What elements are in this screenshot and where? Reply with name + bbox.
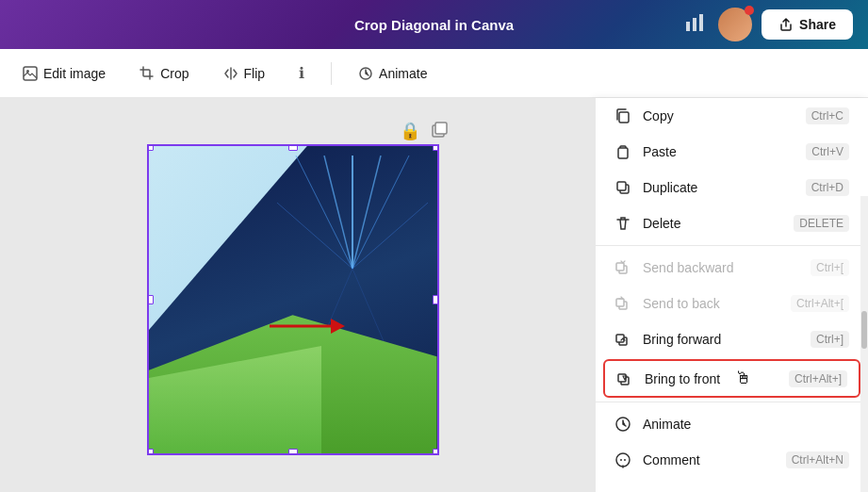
analytics-icon[interactable] — [680, 8, 709, 41]
menu-item-send-backward-label: Send backward — [643, 260, 734, 275]
handle-tl[interactable] — [147, 144, 154, 151]
menu-item-send-backward-left: Send backward — [614, 259, 734, 276]
bring-to-front-icon — [616, 370, 633, 387]
menu-item-comment[interactable]: Comment Ctrl+Alt+N — [596, 442, 868, 478]
send-to-back-icon — [614, 295, 631, 312]
menu-item-bring-forward[interactable]: Bring forward Ctrl+] — [596, 321, 868, 357]
menu-item-copy-shortcut: Ctrl+C — [806, 107, 849, 124]
menu-item-send-to-back-left: Send to back — [614, 295, 720, 312]
menu-item-delete-shortcut: DELETE — [794, 215, 849, 232]
scrollbar-thumb[interactable] — [861, 311, 867, 349]
scrollbar-track — [860, 196, 868, 492]
topbar-right: Share — [680, 8, 853, 41]
svg-rect-20 — [618, 148, 628, 158]
crop-icon — [139, 66, 155, 81]
menu-item-copy-label: Copy — [643, 108, 674, 123]
menu-item-animate-label: Animate — [643, 417, 691, 432]
menu-item-paste[interactable]: Paste Ctrl+V — [596, 134, 868, 170]
share-button[interactable]: Share — [762, 9, 853, 40]
menu-item-duplicate-label: Duplicate — [643, 180, 697, 195]
menu-item-paste-shortcut: Ctrl+V — [806, 143, 849, 160]
copy-layers-icon[interactable] — [430, 121, 449, 144]
avatar-notification-dot — [745, 6, 754, 15]
topbar-title: Crop Diagonal in Canva — [354, 17, 514, 33]
toolbar-flip[interactable]: Flip — [216, 60, 273, 87]
flip-icon — [223, 66, 238, 81]
menu-item-bring-forward-left: Bring forward — [614, 331, 721, 348]
handle-tm[interactable] — [288, 144, 298, 151]
canvas-area[interactable]: 🔒 — [0, 98, 595, 492]
avatar[interactable] — [718, 8, 752, 41]
toolbar: Edit image Crop Flip ℹ Animate — [0, 49, 868, 98]
menu-item-comment-label: Comment — [643, 452, 700, 467]
animate-menu-icon — [614, 416, 631, 433]
svg-line-9 — [324, 156, 352, 269]
menu-item-bring-to-front-label: Bring to front — [645, 371, 720, 386]
animate-icon — [358, 66, 373, 81]
edit-image-label: Edit image — [43, 66, 106, 81]
menu-item-bring-forward-shortcut: Ctrl+] — [811, 331, 849, 348]
handle-bl[interactable] — [147, 449, 154, 455]
menu-item-animate[interactable]: Animate — [596, 406, 868, 442]
duplicate-icon — [614, 179, 631, 196]
cursor-hand: 🖱 — [735, 369, 752, 388]
image-canvas[interactable] — [147, 144, 439, 455]
toolbar-animate[interactable]: Animate — [351, 60, 434, 87]
menu-item-bring-to-front-shortcut: Ctrl+Alt+] — [789, 370, 847, 387]
svg-rect-26 — [616, 299, 624, 306]
menu-item-bring-forward-label: Bring forward — [643, 332, 721, 347]
menu-item-paste-left: Paste — [614, 143, 677, 160]
menu-item-comment-left: Comment — [614, 451, 700, 468]
toolbar-divider — [331, 62, 332, 85]
canvas-container: 🔒 — [147, 144, 449, 465]
menu-item-copy-left: Copy — [614, 107, 674, 124]
arrow-indicator — [270, 315, 345, 341]
info-icon: ℹ — [299, 64, 304, 82]
menu-item-animate-left: Animate — [614, 416, 691, 433]
context-menu: Copy Ctrl+C Paste Ctrl+V — [595, 98, 868, 492]
crop-label: Crop — [160, 66, 188, 81]
handle-mr[interactable] — [433, 295, 439, 304]
send-backward-icon — [614, 259, 631, 276]
svg-point-32 — [616, 453, 630, 467]
comment-icon — [614, 451, 631, 468]
menu-item-send-to-back-shortcut: Ctrl+Alt+[ — [791, 295, 849, 312]
svg-line-14 — [352, 203, 428, 269]
handle-tr[interactable] — [433, 144, 439, 151]
lock-icon[interactable]: 🔒 — [400, 121, 420, 144]
menu-item-paste-label: Paste — [643, 144, 677, 159]
svg-point-4 — [26, 70, 29, 73]
svg-marker-18 — [331, 319, 345, 334]
svg-rect-19 — [619, 112, 629, 123]
menu-item-comment-shortcut: Ctrl+Alt+N — [786, 451, 849, 468]
animate-label: Animate — [379, 66, 427, 81]
svg-rect-1 — [693, 18, 696, 31]
canvas-icons: 🔒 — [400, 121, 449, 144]
handle-ml[interactable] — [147, 295, 154, 304]
svg-rect-3 — [24, 67, 37, 80]
menu-item-bring-to-front[interactable]: Bring to front 🖱 Ctrl+Alt+] — [605, 361, 859, 396]
menu-item-duplicate[interactable]: Duplicate Ctrl+D — [596, 170, 868, 205]
menu-divider-2 — [596, 402, 868, 402]
toolbar-info[interactable]: ℹ — [291, 58, 312, 88]
handle-br[interactable] — [433, 449, 439, 455]
toolbar-crop[interactable]: Crop — [132, 60, 196, 87]
menu-item-copy[interactable]: Copy Ctrl+C — [596, 98, 868, 134]
menu-item-duplicate-shortcut: Ctrl+D — [806, 179, 849, 196]
svg-line-11 — [352, 156, 381, 269]
svg-line-12 — [352, 156, 409, 269]
menu-item-delete[interactable]: Delete DELETE — [596, 205, 868, 241]
flip-label: Flip — [244, 66, 266, 81]
edit-image-icon — [23, 66, 38, 81]
menu-item-send-backward: Send backward Ctrl+[ — [596, 250, 868, 286]
bring-forward-icon — [614, 331, 631, 348]
handle-bm[interactable] — [288, 449, 298, 455]
menu-item-delete-label: Delete — [643, 216, 680, 231]
svg-line-13 — [277, 203, 352, 269]
delete-icon — [614, 215, 631, 232]
menu-item-delete-left: Delete — [614, 215, 680, 232]
menu-item-bring-to-front-container: Bring to front 🖱 Ctrl+Alt+] — [603, 359, 860, 398]
menu-item-send-to-back: Send to back Ctrl+Alt+[ — [596, 286, 868, 321]
copy-icon — [614, 107, 631, 124]
toolbar-edit-image[interactable]: Edit image — [15, 60, 113, 87]
